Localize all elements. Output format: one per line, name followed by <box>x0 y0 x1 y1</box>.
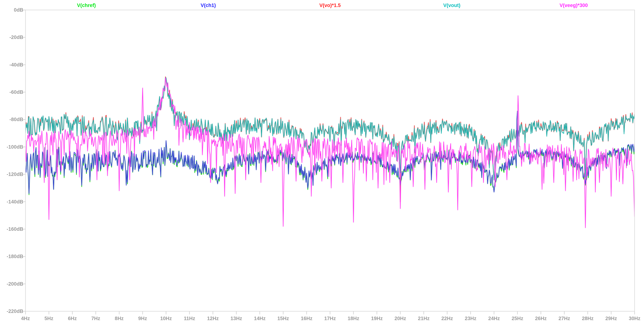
plot-area[interactable] <box>0 0 644 324</box>
y-tick-label: 0dB <box>0 7 23 13</box>
x-tick-label: 24Hz <box>483 316 505 322</box>
y-tick-label: -180dB <box>0 254 23 260</box>
x-tick-label: 17Hz <box>319 316 341 322</box>
x-tick-label: 29Hz <box>600 316 622 322</box>
x-tick-label: 26Hz <box>530 316 552 322</box>
y-tick-label: -20dB <box>0 34 23 40</box>
x-tick-label: 6Hz <box>61 316 84 322</box>
y-tick-label: -200dB <box>0 281 23 287</box>
y-tick-label: -220dB <box>0 308 23 314</box>
x-tick-label: 20Hz <box>389 316 412 322</box>
x-tick-label: 11Hz <box>178 316 200 322</box>
x-tick-label: 19Hz <box>366 316 388 322</box>
legend-item-vo[interactable]: V(vo)*1.5 <box>319 2 341 8</box>
legend-item-vout[interactable]: V(vout) <box>443 2 460 8</box>
x-tick-label: 5Hz <box>38 316 60 322</box>
x-tick-label: 23Hz <box>460 316 482 322</box>
legend-item-ch1[interactable]: V(ch1) <box>200 2 216 8</box>
x-tick-label: 28Hz <box>576 316 599 322</box>
x-tick-label: 16Hz <box>296 316 318 322</box>
x-tick-label: 25Hz <box>506 316 528 322</box>
x-tick-label: 27Hz <box>553 316 575 322</box>
y-tick-label: -100dB <box>0 144 23 150</box>
x-tick-label: 8Hz <box>108 316 130 322</box>
x-tick-label: 12Hz <box>202 316 224 322</box>
legend-item-chref[interactable]: V(chref) <box>77 2 96 8</box>
x-tick-label: 14Hz <box>248 316 271 322</box>
y-tick-label: -160dB <box>0 226 23 232</box>
fft-plot-window: V(chref) V(ch1) V(vo)*1.5 V(vout) V(veeg… <box>0 0 644 324</box>
x-tick-label: 4Hz <box>14 316 36 322</box>
x-tick-label: 18Hz <box>342 316 364 322</box>
y-tick-label: -120dB <box>0 171 23 177</box>
x-tick-label: 10Hz <box>155 316 177 322</box>
x-tick-label: 13Hz <box>225 316 248 322</box>
y-tick-label: -80dB <box>0 116 23 122</box>
x-tick-label: 30Hz <box>624 316 644 322</box>
x-tick-label: 22Hz <box>436 316 458 322</box>
x-tick-label: 15Hz <box>272 316 294 322</box>
x-tick-label: 21Hz <box>412 316 435 322</box>
x-tick-label: 7Hz <box>85 316 107 322</box>
x-tick-label: 9Hz <box>132 316 154 322</box>
y-tick-label: -140dB <box>0 199 23 205</box>
y-tick-label: -60dB <box>0 89 23 95</box>
legend-item-veeg[interactable]: V(veeg)*300 <box>560 2 588 8</box>
y-tick-label: -40dB <box>0 62 23 68</box>
